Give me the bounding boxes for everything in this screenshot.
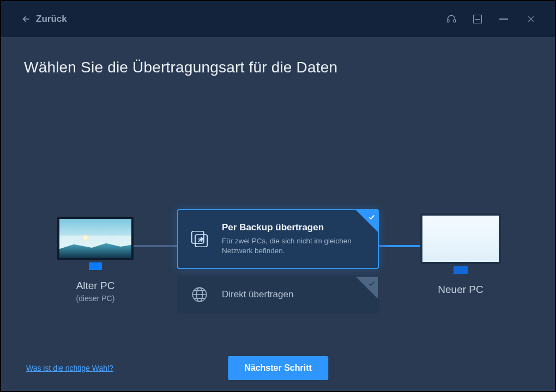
titlebar: Zurück <box>1 1 555 37</box>
new-pc-label: Neuer PC <box>438 284 483 296</box>
check-icon <box>367 213 376 221</box>
svg-rect-1 <box>448 20 449 22</box>
footer: Was ist die richtige Wahl? Nächster Schr… <box>1 364 555 372</box>
close-button[interactable] <box>525 14 536 24</box>
window-controls <box>446 14 544 24</box>
back-button[interactable]: Zurück <box>22 14 67 24</box>
minimize-button[interactable] <box>498 14 509 24</box>
help-link[interactable]: Was ist die richtige Wahl? <box>26 364 113 372</box>
svg-rect-2 <box>454 20 455 22</box>
old-pc-column: Alter PC (dieser PC) <box>35 217 155 303</box>
new-pc-monitor <box>420 213 501 274</box>
monitor-stand-icon <box>89 262 102 270</box>
connector-line-left <box>134 245 183 247</box>
option-backup[interactable]: Per Backup übertragen Für zwei PCs, die … <box>177 209 379 269</box>
option-direct-title: Direkt übertragen <box>222 289 293 300</box>
page-title: Wählen Sie die Übertragungsart für die D… <box>24 59 532 76</box>
headset-icon[interactable] <box>446 14 457 24</box>
monitor-screen-icon <box>420 213 501 264</box>
globe-icon <box>189 284 210 305</box>
old-pc-monitor <box>57 217 134 270</box>
option-backup-title: Per Backup übertragen <box>222 222 364 233</box>
monitor-stand-icon <box>454 266 468 274</box>
new-pc-column: Neuer PC <box>401 213 521 296</box>
backup-transfer-icon <box>189 229 210 249</box>
option-backup-desc: Für zwei PCs, die sich nicht im gleichen… <box>222 236 364 256</box>
back-label: Zurück <box>36 14 67 24</box>
options-column: Per Backup übertragen Für zwei PCs, die … <box>177 209 379 314</box>
monitor-screen-icon <box>57 217 134 260</box>
unselected-badge <box>356 277 378 298</box>
old-pc-sublabel: (dieser PC) <box>76 294 115 303</box>
svg-rect-5 <box>192 231 204 243</box>
check-icon <box>367 279 376 287</box>
next-button[interactable]: Nächster Schritt <box>228 356 328 380</box>
diagram: Alter PC (dieser PC) <box>1 200 555 305</box>
option-direct[interactable]: Direkt übertragen <box>177 275 379 314</box>
app-window: Zurück Wählen Sie die Übertragungsart fü… <box>1 1 555 391</box>
old-pc-label: Alter PC <box>76 280 115 292</box>
arrow-left-icon <box>22 15 31 23</box>
dropdown-box-icon[interactable] <box>473 15 482 23</box>
content-area: Wählen Sie die Übertragungsart für die D… <box>1 37 555 391</box>
